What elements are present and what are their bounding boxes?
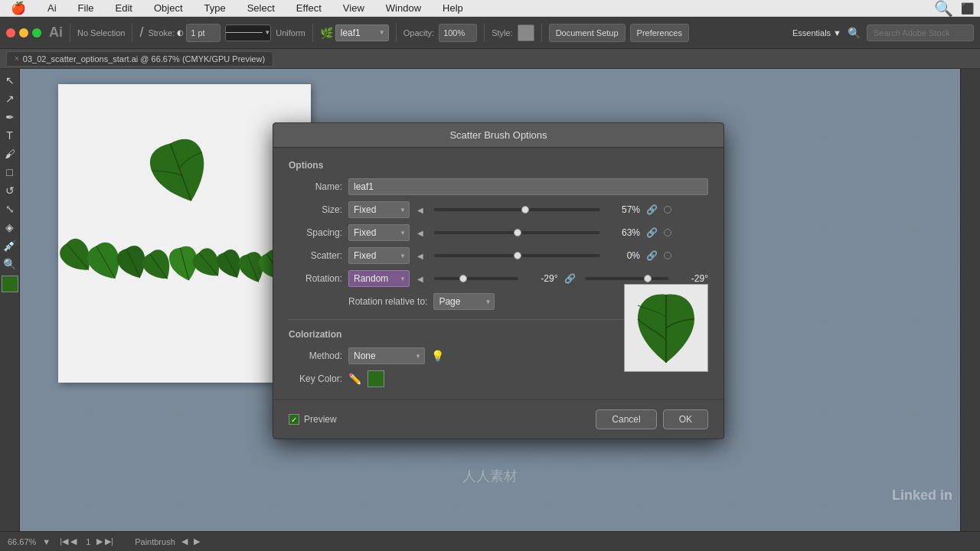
menu-type[interactable]: Type <box>200 1 230 15</box>
spacing-chain-icon[interactable]: 🔗 <box>646 227 658 238</box>
pen-tool[interactable]: ✒ <box>2 109 18 126</box>
size-type-select[interactable]: Fixed Random Pressure <box>348 201 410 218</box>
preferences-button[interactable]: Preferences <box>630 24 689 42</box>
menu-file[interactable]: File <box>74 1 99 15</box>
size-slider-thumb[interactable] <box>521 206 529 214</box>
sep4 <box>396 24 397 42</box>
rotation-slider-thumb[interactable] <box>459 275 467 282</box>
key-color-row: Key Color: ✏️ <box>289 370 708 387</box>
lightbulb-icon[interactable]: 💡 <box>431 350 444 362</box>
rotation-slider-track2[interactable] <box>585 277 669 280</box>
scatter-end-circle <box>664 252 671 259</box>
gradient-tool[interactable]: ◈ <box>2 219 18 236</box>
rotation-relative-select[interactable]: Page Path <box>433 293 495 310</box>
leaf-preview <box>624 284 708 372</box>
opacity-input[interactable] <box>439 24 477 42</box>
essentials-button[interactable]: Essentials ▼ <box>792 28 841 37</box>
document-tab[interactable]: × 03_02_scatter_options_start.ai @ 66.67… <box>6 51 273 67</box>
leaf-icon: 🌿 <box>320 27 333 39</box>
checkmark: ✓ <box>291 416 297 424</box>
artboard-nav-right[interactable]: ▶ <box>194 536 200 546</box>
ok-button[interactable]: OK <box>663 409 708 429</box>
canvas-area[interactable]: M <box>20 69 960 531</box>
size-type-wrapper: Fixed Random Pressure <box>348 201 410 218</box>
sep6 <box>541 24 542 42</box>
spacing-type-select[interactable]: Fixed Random <box>348 224 410 241</box>
rotate-tool[interactable]: ↺ <box>2 182 18 199</box>
size-slider-arrow-left[interactable]: ◀ <box>416 206 425 214</box>
rotation-type-select[interactable]: Random Fixed Pressure <box>348 270 410 287</box>
brush-select[interactable]: leaf1 <box>335 24 389 41</box>
page-number: 1 <box>86 537 90 546</box>
scatter-slider-thumb[interactable] <box>514 252 521 259</box>
apple-menu[interactable]: 🍎 <box>6 0 31 17</box>
method-select[interactable]: None Tints Tints and Shades Hue Shift <box>348 347 425 364</box>
scatter-slider-arrow-left[interactable]: ◀ <box>416 252 425 260</box>
minimize-button[interactable] <box>19 28 28 37</box>
menu-help[interactable]: Help <box>438 1 468 15</box>
direct-selection-tool[interactable]: ↗ <box>2 90 18 107</box>
menu-ai[interactable]: Ai <box>43 1 61 15</box>
footer-buttons: Cancel OK <box>596 409 708 429</box>
search-stock-icon[interactable]: 🔍 <box>848 27 861 39</box>
type-tool[interactable]: T <box>2 127 18 144</box>
rotation-slider-arrow-left[interactable]: ◀ <box>416 275 425 283</box>
rotation-relative-label: Rotation relative to: <box>348 296 427 307</box>
menu-object[interactable]: Object <box>149 1 188 15</box>
size-end-circle <box>664 206 671 214</box>
menu-view[interactable]: View <box>338 1 369 15</box>
maximize-button[interactable] <box>32 28 41 37</box>
brush-tool[interactable]: 🖌 <box>2 145 18 162</box>
essentials-label: Essentials <box>792 28 831 37</box>
brush-stroke-icon: / <box>139 24 143 41</box>
rotation-chain-icon[interactable]: 🔗 <box>564 273 576 284</box>
sep2 <box>132 24 132 42</box>
selection-tool[interactable]: ↖ <box>2 72 18 89</box>
stroke-value-input[interactable] <box>186 24 220 42</box>
zoom-tool[interactable]: 🔍 <box>2 256 18 272</box>
size-slider-track[interactable] <box>434 208 600 211</box>
menu-window[interactable]: Window <box>381 1 426 15</box>
scatter-chain-icon[interactable]: 🔗 <box>646 250 658 261</box>
preview-checkbox[interactable]: ✓ <box>289 414 299 425</box>
menu-effect[interactable]: Effect <box>292 1 326 15</box>
rotation-slider-thumb2[interactable] <box>644 275 652 282</box>
menu-edit[interactable]: Edit <box>111 1 137 15</box>
search-stock-input[interactable] <box>867 24 974 41</box>
style-swatch[interactable] <box>518 24 534 41</box>
sep1 <box>70 24 70 42</box>
key-color-swatch[interactable] <box>368 370 384 387</box>
watermark: 人人素材 <box>462 467 518 485</box>
close-button[interactable] <box>6 28 15 37</box>
scatter-type-select[interactable]: Fixed Random <box>348 247 410 264</box>
app-toolbar: Ai No Selection / Stroke: ◐ ▼ Uniform 🌿 … <box>0 17 980 49</box>
document-setup-button[interactable]: Document Setup <box>549 24 626 42</box>
tab-close-icon[interactable]: × <box>15 54 19 63</box>
zoom-dropdown-arrow[interactable]: ▼ <box>42 537 51 546</box>
scatter-slider-track[interactable] <box>434 254 600 257</box>
spacing-value: 63% <box>609 227 640 238</box>
scatter-type-wrapper: Fixed Random <box>348 247 410 264</box>
artboard-nav-left[interactable]: ◀ <box>181 536 188 546</box>
menu-select[interactable]: Select <box>243 1 279 15</box>
eyedropper-icon[interactable]: ✏️ <box>348 373 361 385</box>
shape-tool[interactable]: □ <box>2 164 18 181</box>
name-input[interactable] <box>348 178 708 195</box>
rotation-slider-track[interactable] <box>434 277 518 280</box>
preview-check: ✓ Preview <box>289 414 337 425</box>
spacing-slider-thumb[interactable] <box>514 229 521 236</box>
search-icon[interactable]: 🔍 <box>934 0 953 18</box>
stroke-preview[interactable]: ▼ <box>225 24 271 41</box>
size-chain-icon[interactable]: 🔗 <box>646 204 658 215</box>
cancel-button[interactable]: Cancel <box>596 409 656 429</box>
spacing-slider-arrow-left[interactable]: ◀ <box>416 229 425 237</box>
zoom-level: 66.67% <box>8 537 36 546</box>
sep3 <box>312 24 313 42</box>
spacing-slider-track[interactable] <box>434 231 600 234</box>
stroke-icon: ◐ <box>177 28 184 37</box>
menu-bar: 🍎 Ai File Edit Object Type Select Effect… <box>0 0 980 17</box>
fill-color[interactable] <box>2 276 18 292</box>
scale-tool[interactable]: ⤡ <box>2 201 18 217</box>
brush-select-wrapper: 🌿 leaf1 <box>320 24 389 41</box>
eyedropper-tool[interactable]: 💉 <box>2 237 18 254</box>
